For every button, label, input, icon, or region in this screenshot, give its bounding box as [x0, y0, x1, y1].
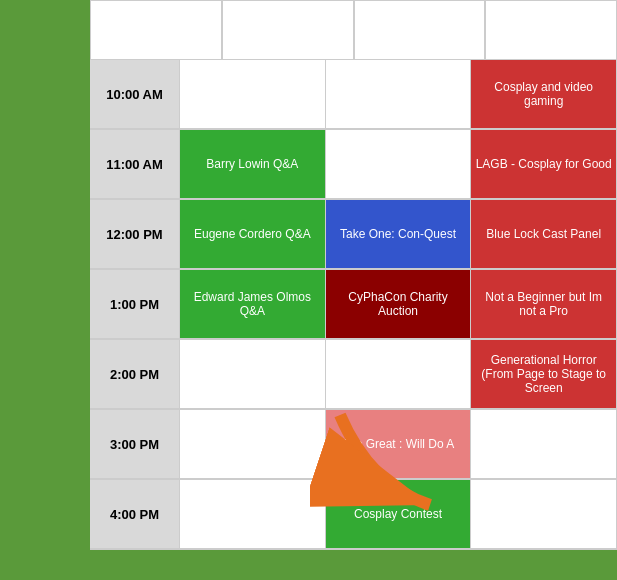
- event-cell-room2: Blue Lock Cast Panel: [471, 200, 617, 269]
- time-row: 2:00 PMGenerational Horror (From Page to…: [90, 340, 617, 410]
- event-cell-main_panel: Eugene Cordero Q&A: [180, 200, 326, 269]
- schedule-rows: 10:00 AMCosplay and video gaming11:00 AM…: [90, 60, 617, 550]
- event-cell-main_panel: [180, 60, 326, 129]
- time-cell: 11:00 AM: [90, 130, 180, 199]
- event-cell-room2: [471, 410, 617, 479]
- event-cell-lake_charles: The Great : Will Do A: [326, 410, 472, 479]
- room2-header: [485, 0, 617, 60]
- header-row: [90, 0, 617, 60]
- time-cell: 1:00 PM: [90, 270, 180, 339]
- time-row: 1:00 PMEdward James Olmos Q&ACyPhaCon Ch…: [90, 270, 617, 340]
- lake-charles-header: [354, 0, 486, 60]
- event-cell-main_panel: [180, 410, 326, 479]
- event-cell-main_panel: Barry Lowin Q&A: [180, 130, 326, 199]
- event-cell-room2: LAGB - Cosplay for Good: [471, 130, 617, 199]
- event-cell-room2: [471, 480, 617, 549]
- event-cell-main_panel: Edward James Olmos Q&A: [180, 270, 326, 339]
- saturday-label: [0, 0, 90, 580]
- time-cell: 4:00 PM: [90, 480, 180, 549]
- event-cell-lake_charles: [326, 340, 472, 409]
- time-row: 4:00 PMCosplay Contest: [90, 480, 617, 550]
- main-panel-header: [222, 0, 354, 60]
- time-cell: 3:00 PM: [90, 410, 180, 479]
- time-cell: 12:00 PM: [90, 200, 180, 269]
- event-cell-lake_charles: Cosplay Contest: [326, 480, 472, 549]
- event-cell-lake_charles: [326, 60, 472, 129]
- event-cell-main_panel: [180, 480, 326, 549]
- event-cell-lake_charles: Take One: Con-Quest: [326, 200, 472, 269]
- event-cell-main_panel: [180, 340, 326, 409]
- time-row: 3:00 PMThe Great : Will Do A: [90, 410, 617, 480]
- time-row: 12:00 PMEugene Cordero Q&ATake One: Con-…: [90, 200, 617, 270]
- event-cell-room2: Generational Horror (From Page to Stage …: [471, 340, 617, 409]
- event-cell-room2: Cosplay and video gaming: [471, 60, 617, 129]
- time-row: 11:00 AMBarry Lowin Q&ALAGB - Cosplay fo…: [90, 130, 617, 200]
- time-cell: 10:00 AM: [90, 60, 180, 129]
- time-col-header: [90, 0, 222, 60]
- time-row: 10:00 AMCosplay and video gaming: [90, 60, 617, 130]
- time-cell: 2:00 PM: [90, 340, 180, 409]
- event-cell-lake_charles: [326, 130, 472, 199]
- event-cell-lake_charles: CyPhaCon Charity Auction: [326, 270, 472, 339]
- event-cell-room2: Not a Beginner but Im not a Pro: [471, 270, 617, 339]
